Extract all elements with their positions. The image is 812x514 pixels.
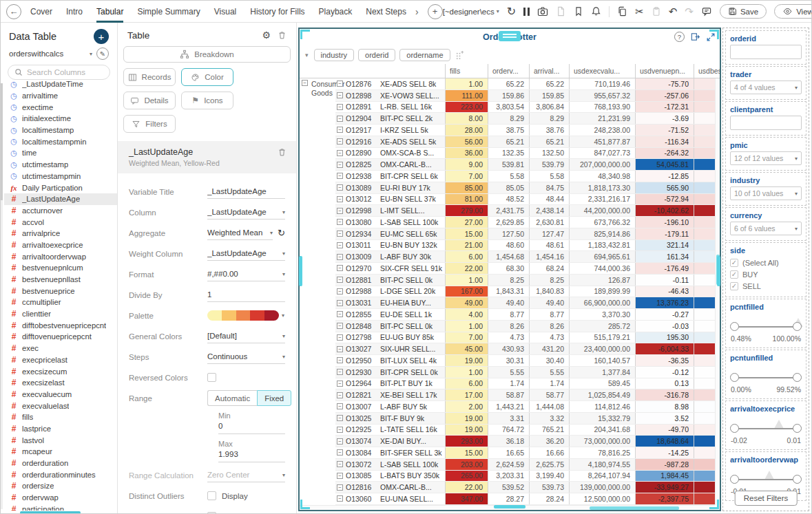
trash-icon[interactable] xyxy=(278,147,287,157)
table-row[interactable]: −O12890OMX-SCA-B S...36.00132.35132.5084… xyxy=(335,148,720,160)
field-control-weight-column[interactable]: _LastUpdateAge▾ xyxy=(207,247,285,261)
column-item-arrivaltime[interactable]: ◷arrivaltime xyxy=(4,90,117,102)
field-control-steps[interactable]: Continuous▾ xyxy=(207,350,285,364)
column-item-arrivalprice[interactable]: #arrivalprice xyxy=(4,228,117,239)
checkbox-reversed-colors[interactable] xyxy=(207,373,216,382)
column-header-ordervwap[interactable]: orderv... xyxy=(488,64,530,78)
table-row[interactable]: −O12988L-DGE SELL 20k167.001,843.311,840… xyxy=(335,286,720,298)
column-item-_lastupdatetime[interactable]: ◷_LastUpdateTime xyxy=(4,78,117,90)
palette-control[interactable]: ▾ xyxy=(207,309,285,323)
collapse-row-icon[interactable]: − xyxy=(337,196,343,202)
tab-history-for-fills[interactable]: History for Fills xyxy=(250,1,304,23)
table-row[interactable]: −O12855EU-DE SELL 1k4.008.778.773,370.30… xyxy=(335,309,720,321)
tabs-overflow-chevron[interactable]: › xyxy=(415,6,419,17)
tab-intro[interactable]: Intro xyxy=(66,1,83,23)
collapse-row-icon[interactable]: − xyxy=(337,461,343,467)
table-row[interactable]: −O12917I-KRZ SELL 5k28.0038.7538.76248,2… xyxy=(335,125,720,136)
tab-visual[interactable]: Visual xyxy=(214,1,236,23)
collapse-row-icon[interactable]: − xyxy=(337,415,343,421)
table-row[interactable]: −O13025BIT-F BUY 9k19.003.313.3215,332.7… xyxy=(335,413,720,425)
collapse-row-icon[interactable]: − xyxy=(337,473,343,479)
column-item-ordervwap[interactable]: #ordervwap xyxy=(4,492,117,504)
column-item-execpricelast[interactable]: #execpricelast xyxy=(4,354,117,366)
collapse-row-icon[interactable]: − xyxy=(337,138,343,144)
table-row[interactable]: −O12998L-IMT SELL...279.002,431.752,438.… xyxy=(335,205,720,217)
collapse-row-icon[interactable]: − xyxy=(337,219,343,225)
tab-tabular[interactable]: Tabular xyxy=(96,1,123,23)
chevron-down-icon[interactable]: ▾ xyxy=(282,209,285,215)
bookmark-icon[interactable] xyxy=(574,6,583,17)
collapse-row-icon[interactable]: − xyxy=(337,150,343,156)
column-item-arrivaltoexecprice[interactable]: #arrivaltoexecprice xyxy=(4,239,117,251)
edit-data-table-button[interactable]: ✎ xyxy=(96,47,109,60)
field-control-range-calculation[interactable]: Zero Center▾ xyxy=(207,469,285,482)
palette-swatch[interactable] xyxy=(207,310,279,321)
view-button[interactable]: View xyxy=(774,4,812,19)
checkbox-display[interactable] xyxy=(207,491,216,500)
back-button[interactable]: ← xyxy=(6,4,21,19)
reset-filters-button[interactable]: Reset Filters xyxy=(735,491,798,506)
range-mode-automatic[interactable]: Automatic xyxy=(207,390,257,406)
column-item-orderdurationminutes[interactable]: #orderdurationminutes xyxy=(4,469,117,480)
collapse-row-icon[interactable]: − xyxy=(337,484,343,491)
collapse-row-icon[interactable]: − xyxy=(337,403,343,409)
table-row[interactable]: −O12825OMX-CARL-B...9.00539.81539.79207,… xyxy=(335,159,720,171)
column-item-exectime[interactable]: ◷exectime xyxy=(4,101,117,113)
collapse-row-icon[interactable]: − xyxy=(337,81,343,87)
table-row[interactable]: −O12881BIT-PC SELL 0k1.008.258.25126.87-… xyxy=(335,275,720,286)
tab-cover[interactable]: Cover xyxy=(30,1,52,23)
collapse-row-icon[interactable]: − xyxy=(337,116,343,122)
column-header-usdbest[interactable]: usdbest... xyxy=(694,64,720,78)
collapse-group-icon[interactable]: − xyxy=(302,80,308,86)
table-row[interactable]: −O12930BIT-CPR SELL 0k1.005.555.551,377.… xyxy=(335,367,720,378)
slider-handle-max[interactable] xyxy=(793,373,802,382)
collapse-row-icon[interactable]: − xyxy=(337,277,343,283)
field-control-divide-by[interactable]: 1 xyxy=(207,288,285,302)
table-row[interactable]: −O13085L-BATS BUY 350k265.003,203.313,19… xyxy=(335,471,720,482)
icons-button[interactable]: ⚑ Icons xyxy=(181,92,233,109)
column-item-localtimestampmin[interactable]: ◷localtimestampmin xyxy=(4,136,117,147)
column-item-bestvenuepnllast[interactable]: #bestvenuepnllast xyxy=(4,274,117,286)
checkbox-icon[interactable]: ✓ xyxy=(730,270,738,279)
chevron-down-icon[interactable]: ▾ xyxy=(282,250,285,257)
column-item-lastprice[interactable]: #lastprice xyxy=(4,423,117,435)
collapse-row-icon[interactable]: − xyxy=(337,184,343,191)
comment-icon[interactable] xyxy=(701,6,712,17)
breakdown-chip-orderid[interactable]: orderid xyxy=(358,49,395,61)
camera-icon[interactable] xyxy=(537,6,548,17)
collapse-row-icon[interactable]: − xyxy=(337,311,343,317)
slider-handle-max[interactable] xyxy=(793,424,802,433)
data-source-selector[interactable]: orderswithcalcs xyxy=(9,50,85,58)
pause-icon[interactable] xyxy=(523,8,530,16)
slider-handle-min[interactable] xyxy=(730,424,739,433)
filter-text-input-clientparent[interactable] xyxy=(730,116,802,130)
table-row[interactable]: −O13080L-SAB SELL 100k27.002,629.852,630… xyxy=(335,217,720,228)
column-item-utctimestamp[interactable]: ◷utctimestamp xyxy=(4,159,117,171)
export-data-icon[interactable] xyxy=(690,32,700,42)
collapse-row-icon[interactable]: − xyxy=(337,392,343,398)
column-item-execsizelast[interactable]: #execsizelast xyxy=(4,377,117,389)
sidebar-scrollbar-thumb[interactable] xyxy=(1,83,3,200)
collapse-row-icon[interactable]: − xyxy=(337,254,343,260)
table-row[interactable]: −O13012EU-BN SELL 37k81.0048.5248.442,33… xyxy=(335,194,720,206)
table-row[interactable]: −O12934EU-MC SELL 65k15.00127.50127.4782… xyxy=(335,228,720,240)
slider-handle-max[interactable] xyxy=(793,475,802,484)
breakdown-chip-ordername[interactable]: ordername xyxy=(399,49,450,61)
table-row[interactable]: −O12876XE-ADS SELL 8k1.0065.2265.22710,1… xyxy=(335,78,720,90)
collapse-row-icon[interactable]: − xyxy=(337,357,343,363)
tab-next-steps[interactable]: Next Steps xyxy=(366,1,406,23)
collapse-row-icon[interactable]: − xyxy=(337,449,343,456)
undo-icon[interactable]: ↶ xyxy=(669,6,678,18)
column-header-usdexecvalue[interactable]: usdexecvalu... xyxy=(570,64,636,78)
collapse-row-icon[interactable]: − xyxy=(337,288,343,295)
chevron-down-icon[interactable]: ▾ xyxy=(90,51,92,57)
field-control-variable-title[interactable]: _LastUpdateAge xyxy=(207,185,285,199)
table-row[interactable]: −O12891L-RB. SELL 16k223.003,803.543,806… xyxy=(335,102,720,114)
table-row[interactable]: −O12925L-TATE SELL 16k19.00764.72765.212… xyxy=(335,425,720,436)
collapse-row-icon[interactable]: − xyxy=(337,381,343,387)
column-item-mcapeur[interactable]: #mcapeur xyxy=(4,446,117,458)
table-row[interactable]: −O12848BIT-PC SELL 0k1.008.268.26285.72-… xyxy=(335,321,720,332)
trash-icon[interactable] xyxy=(278,30,287,40)
color-button[interactable]: Color xyxy=(181,68,233,86)
table-row[interactable]: −O13060EU-UNA SELL...347.0028.2728.2412,… xyxy=(335,493,720,505)
